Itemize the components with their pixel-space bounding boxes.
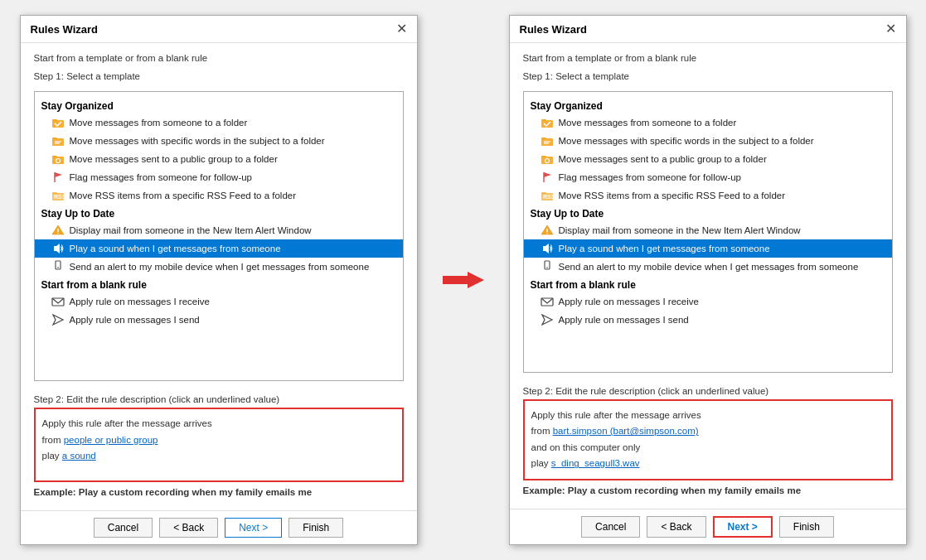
dialog1-cancel-button[interactable]: Cancel (94, 518, 153, 538)
rule-rss-feed[interactable]: RSS Move RSS items from a specific RSS F… (35, 186, 403, 205)
dialog2-footer: Cancel < Back Next > Finish (510, 509, 906, 544)
d2-sound-icon (541, 242, 554, 255)
group-blank-rule: Start from a blank rule (35, 276, 403, 292)
svg-marker-44 (542, 315, 552, 325)
folder2-icon (51, 134, 65, 147)
d2-rule-display-mail-alert[interactable]: Display mail from someone in the New Ite… (524, 221, 892, 239)
dialog2-template-list: Stay Organized Move messages from someon… (523, 91, 893, 373)
rule-desc-line3: play a sound (42, 448, 395, 465)
d2-rule-rss-feed[interactable]: RSS Move RSS items from a specific RSS F… (524, 186, 892, 205)
alert-icon (51, 224, 65, 237)
rule-move-public-group[interactable]: Move messages sent to a public group to … (35, 150, 403, 168)
arrow-container (443, 268, 484, 292)
group-stay-up-to-date: Stay Up to Date (35, 205, 403, 221)
dialog1-step2-section: Step 2: Edit the rule description (click… (34, 394, 404, 500)
dialog2-step1-label: Step 1: Select a template (523, 71, 893, 81)
dialog2-instructions: Start from a template or from a blank ru… (523, 53, 893, 63)
svg-text:RSS: RSS (54, 194, 65, 200)
dialog1-footer: Cancel < Back Next > Finish (21, 510, 417, 544)
d2-flag-icon (541, 171, 554, 184)
rule-flag-messages[interactable]: Flag messages from someone for follow-up (35, 168, 403, 186)
svg-rect-1 (52, 119, 57, 121)
sound-icon (51, 242, 65, 255)
svg-marker-17 (54, 244, 60, 253)
dialog1-finish-button[interactable]: Finish (288, 518, 343, 538)
d2-email-receive-icon (541, 295, 554, 308)
rule-apply-receive[interactable]: Apply rule on messages I receive (35, 292, 403, 311)
rules-wizard-dialog-2: Rules Wizard ✕ Start from a template or … (509, 15, 907, 545)
svg-rect-24 (541, 119, 546, 121)
rules-wizard-dialog-1: Rules Wizard ✕ Start from a template or … (20, 15, 418, 545)
dialog2-example: Example: Play a custom recording when my… (523, 485, 893, 499)
svg-rect-0 (52, 120, 64, 128)
svg-marker-22 (443, 272, 484, 288)
rss-icon: RSS (51, 189, 65, 202)
folder3-icon (51, 152, 65, 166)
dialog2-close-button[interactable]: ✕ (885, 22, 896, 36)
dialog2-titlebar: Rules Wizard ✕ (510, 16, 906, 43)
svg-marker-33 (544, 172, 551, 177)
d2-rule-desc-link1[interactable]: bart.simpson (bart@simpson.com) (553, 426, 699, 436)
dialog2-next-button[interactable]: Next > (713, 516, 773, 538)
d2-rule-play-sound[interactable]: Play a sound when I get messages from so… (524, 239, 892, 258)
svg-rect-26 (541, 138, 546, 139)
d2-rule-flag-messages[interactable]: Flag messages from someone for follow-up (524, 168, 892, 186)
d2-send-icon (541, 313, 554, 326)
rule-desc-link1[interactable]: people or public group (64, 435, 158, 445)
rule-desc-line2: from people or public group (42, 432, 395, 449)
d2-group-blank-rule: Start from a blank rule (524, 276, 892, 292)
dialog1-instructions: Start from a template or from a blank ru… (34, 53, 404, 63)
rule-move-messages-folder[interactable]: Move messages from someone to a folder (35, 113, 403, 132)
svg-point-39 (546, 233, 548, 234)
rule-display-mail-alert[interactable]: Display mail from someone in the New Ite… (35, 221, 403, 239)
d2-rule-apply-receive[interactable]: Apply rule on messages I receive (524, 292, 892, 311)
svg-rect-23 (541, 120, 553, 128)
flag-icon (51, 171, 65, 184)
mobile-icon (51, 260, 65, 273)
rule-apply-send[interactable]: Apply rule on messages I send (35, 311, 403, 329)
d2-folder-icon (541, 116, 554, 129)
d2-rule-desc-line2: from bart.simpson (bart@simpson.com) (531, 423, 885, 440)
rule-desc-link2[interactable]: a sound (62, 451, 96, 461)
dialog2-title: Rules Wizard (520, 23, 588, 36)
rule-move-specific-words[interactable]: Move messages with specific words in the… (35, 132, 403, 150)
dialog1-back-button[interactable]: < Back (159, 518, 218, 538)
rule-mobile-alert[interactable]: Send an alert to my mobile device when I… (35, 258, 403, 276)
d2-rule-apply-send[interactable]: Apply rule on messages I send (524, 311, 892, 329)
d2-rule-move-specific-words[interactable]: Move messages with specific words in the… (524, 132, 892, 150)
d2-rule-desc-line1: Apply this rule after the message arrive… (531, 408, 885, 424)
d2-rule-move-public-group[interactable]: Move messages sent to a public group to … (524, 150, 892, 168)
dialog2-back-button[interactable]: < Back (647, 516, 705, 538)
d2-alert-icon (541, 224, 554, 237)
d2-rule-mobile-alert[interactable]: Send an alert to my mobile device when I… (524, 258, 892, 276)
d2-rule-desc-link2[interactable]: s_ding_seagull3.wav (551, 458, 640, 468)
dialog1-rule-desc-box: Apply this rule after the message arrive… (34, 408, 404, 482)
d2-rule-move-messages-folder[interactable]: Move messages from someone to a folder (524, 113, 892, 132)
d2-mobile-icon (541, 260, 554, 273)
d2-group-stay-organized: Stay Organized (524, 97, 892, 113)
send-icon (51, 313, 65, 326)
svg-marker-40 (543, 244, 549, 253)
dialog1-step2-label: Step 2: Edit the rule description (click… (34, 394, 404, 404)
dialog2-cancel-button[interactable]: Cancel (581, 516, 640, 538)
dialog1-template-list: Stay Organized Move messages from someon… (34, 91, 404, 381)
dialog1-example: Example: Play a custom recording when my… (34, 487, 404, 500)
dialog2-body: Start from a template or from a blank ru… (510, 43, 906, 509)
d2-rule-desc-line3: and on this computer only (531, 440, 885, 456)
svg-rect-30 (541, 156, 546, 157)
dialog1-title: Rules Wizard (31, 23, 99, 36)
svg-marker-21 (53, 315, 63, 325)
d2-group-stay-up-to-date: Stay Up to Date (524, 205, 892, 221)
dialog1-close-button[interactable]: ✕ (396, 22, 407, 36)
dialog2-finish-button[interactable]: Finish (779, 516, 834, 538)
d2-folder3-icon (541, 152, 554, 166)
dialog1-next-button[interactable]: Next > (225, 518, 282, 538)
rule-desc-line1: Apply this rule after the message arrive… (42, 416, 395, 432)
dialog1-titlebar: Rules Wizard ✕ (21, 16, 417, 43)
svg-point-16 (57, 233, 59, 234)
dialog2-step2-label: Step 2: Edit the rule description (click… (523, 386, 893, 396)
folder-icon (51, 116, 65, 129)
svg-marker-10 (55, 172, 62, 177)
d2-rule-desc-line4: play s_ding_seagull3.wav (531, 456, 885, 472)
rule-play-sound[interactable]: Play a sound when I get messages from so… (35, 239, 403, 258)
